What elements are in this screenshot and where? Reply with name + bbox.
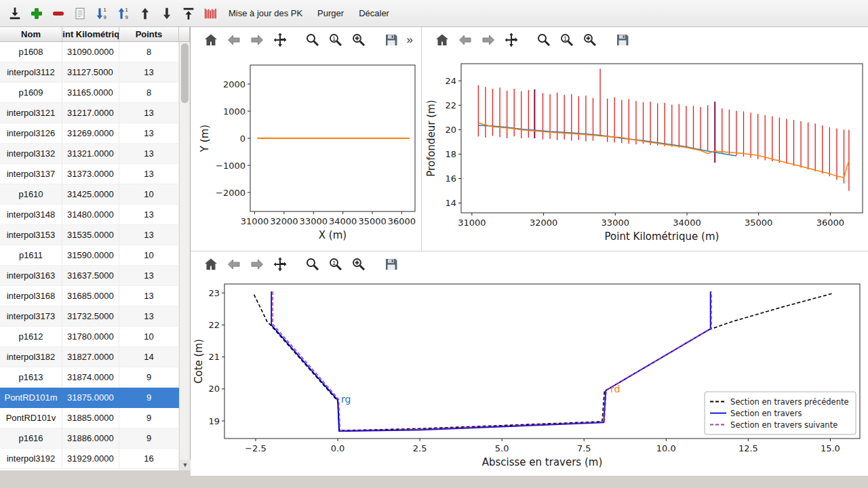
svg-text:33000: 33000 — [601, 218, 629, 228]
plan-view-toolbar: 1» — [191, 27, 421, 53]
forward-icon — [249, 32, 265, 48]
table-row[interactable]: interpol317331732.500013 — [0, 306, 179, 327]
update-pk-button[interactable]: Mise à jour des PK — [221, 3, 310, 24]
figure-plan-view: 1» 310003200033000340003500036000−2000−1… — [191, 27, 422, 251]
main-toolbar: 1919 Mise à jour des PK Purger Décaler — [0, 0, 868, 27]
figure-section-en-travers: 1 −2.50.02.55.07.510.012.515.01920212223… — [191, 251, 868, 476]
import-button[interactable] — [4, 3, 26, 24]
home-icon — [203, 256, 219, 272]
pan-button[interactable] — [271, 255, 290, 274]
add-button[interactable] — [26, 3, 47, 24]
zoom-in-button[interactable] — [349, 255, 368, 274]
forward-button[interactable] — [248, 30, 267, 49]
profil-canvas[interactable]: 3100032000330003400035000360001416182022… — [422, 53, 868, 251]
svg-text:Profondeur (m): Profondeur (m) — [425, 100, 437, 176]
zoom-button[interactable] — [303, 30, 322, 49]
save-icon — [383, 256, 399, 272]
table-scrollbar[interactable]: ▼ — [179, 42, 190, 470]
zoom-icon — [536, 32, 552, 48]
document-button[interactable] — [69, 3, 91, 24]
sections-button[interactable] — [199, 3, 221, 24]
column-header-nom[interactable]: Nom — [0, 27, 62, 42]
zoom-one-button[interactable]: 1 — [326, 30, 345, 49]
zoom-in-button[interactable] — [580, 30, 599, 49]
svg-text:2000: 2000 — [223, 79, 245, 89]
svg-text:33000: 33000 — [300, 216, 328, 226]
plan-view-canvas[interactable]: 310003200033000340003500036000−2000−1000… — [191, 53, 422, 251]
svg-text:rg: rg — [341, 394, 351, 405]
save-button[interactable] — [613, 30, 632, 49]
svg-text:36000: 36000 — [816, 218, 844, 228]
back-button[interactable] — [224, 30, 243, 49]
move-up-button[interactable] — [134, 3, 156, 24]
column-header-pk[interactable]: Point Kilométrique — [62, 27, 119, 42]
section-canvas[interactable]: −2.50.02.55.07.510.012.515.01920212223Ab… — [191, 277, 868, 476]
table-row[interactable]: interpol319231929.000016 — [0, 449, 179, 469]
table-row[interactable]: interpol313231321.000013 — [0, 144, 179, 164]
svg-text:21: 21 — [208, 352, 220, 362]
shift-button[interactable]: Décaler — [351, 3, 397, 24]
table-row[interactable]: p161631886.00009 — [0, 428, 179, 449]
table-row[interactable]: p161231780.000010 — [0, 327, 179, 347]
save-button[interactable] — [382, 255, 401, 274]
zoom-button[interactable] — [534, 30, 553, 49]
svg-text:24: 24 — [445, 76, 456, 86]
forward-button[interactable] — [479, 30, 498, 49]
pan-icon — [272, 32, 288, 48]
zoom-button[interactable] — [303, 255, 322, 274]
forward-button[interactable] — [248, 255, 267, 274]
cell-pk: 31269.0000 — [62, 123, 119, 144]
purge-button[interactable]: Purger — [310, 3, 351, 24]
back-button[interactable] — [456, 30, 475, 49]
zoom-one-button[interactable]: 1 — [326, 255, 345, 274]
export-button[interactable] — [178, 3, 199, 24]
svg-text:34000: 34000 — [329, 216, 357, 226]
cell-points: 9 — [119, 428, 179, 449]
save-button[interactable] — [382, 30, 401, 49]
zoom-in-button[interactable] — [349, 30, 368, 49]
table-row[interactable]: interpol315331535.000013 — [0, 225, 179, 245]
svg-text:1: 1 — [125, 7, 127, 13]
zoom-icon — [304, 32, 321, 48]
table-row[interactable]: p160831090.00008 — [0, 42, 179, 62]
table-row[interactable]: p161331874.00009 — [0, 367, 179, 388]
pan-button[interactable] — [271, 30, 290, 49]
svg-text:Section en travers précédente: Section en travers précédente — [730, 397, 848, 407]
scrollbar-thumb[interactable] — [181, 43, 189, 103]
table-row[interactable]: interpol313731373.000013 — [0, 164, 179, 184]
cell-pk: 31127.5000 — [62, 62, 119, 83]
svg-text:23: 23 — [208, 288, 220, 298]
home-button[interactable] — [433, 30, 452, 49]
pan-button[interactable] — [502, 30, 521, 49]
table-row[interactable]: PontRD101v31885.00009 — [0, 408, 179, 428]
toolbar-overflow-chevron[interactable]: » — [407, 33, 414, 47]
table-row[interactable]: interpol314831480.000013 — [0, 205, 179, 225]
table-row[interactable]: p161131590.000010 — [0, 245, 179, 266]
home-button[interactable] — [201, 255, 220, 274]
table-row[interactable]: interpol312631269.000013 — [0, 123, 179, 144]
home-button[interactable] — [201, 30, 220, 49]
move-down-button[interactable] — [156, 3, 178, 24]
sort-desc-button[interactable]: 19 — [91, 3, 113, 24]
table-row[interactable]: interpol318231827.000014 — [0, 347, 179, 367]
table-row[interactable]: p161031425.000010 — [0, 184, 179, 205]
svg-text:31000: 31000 — [458, 218, 486, 228]
svg-text:Section en travers suivante: Section en travers suivante — [730, 420, 837, 430]
figure-profil-en-long: 1 31000320003300034000350003600014161820… — [422, 27, 868, 251]
back-button[interactable] — [224, 255, 243, 274]
table-row[interactable]: interpol312131217.000013 — [0, 103, 179, 123]
forward-icon — [480, 32, 496, 48]
table-row[interactable]: interpol311231127.500013 — [0, 62, 179, 83]
cell-points: 13 — [119, 103, 179, 123]
remove-button[interactable] — [47, 3, 69, 24]
sort-asc-button[interactable]: 19 — [113, 3, 134, 24]
scrollbar-down-button[interactable]: ▼ — [180, 460, 191, 470]
sections-table: p160831090.00008interpol311231127.500013… — [0, 42, 179, 469]
column-header-points[interactable]: Points — [119, 27, 179, 42]
svg-text:0.0: 0.0 — [331, 443, 345, 453]
table-row[interactable]: PontRD101m31875.00009 — [0, 388, 179, 408]
table-row[interactable]: p160931165.00008 — [0, 83, 179, 103]
table-row[interactable]: interpol316831685.000013 — [0, 286, 179, 306]
zoom-one-button[interactable]: 1 — [557, 30, 576, 49]
table-row[interactable]: interpol316331637.500013 — [0, 266, 179, 286]
